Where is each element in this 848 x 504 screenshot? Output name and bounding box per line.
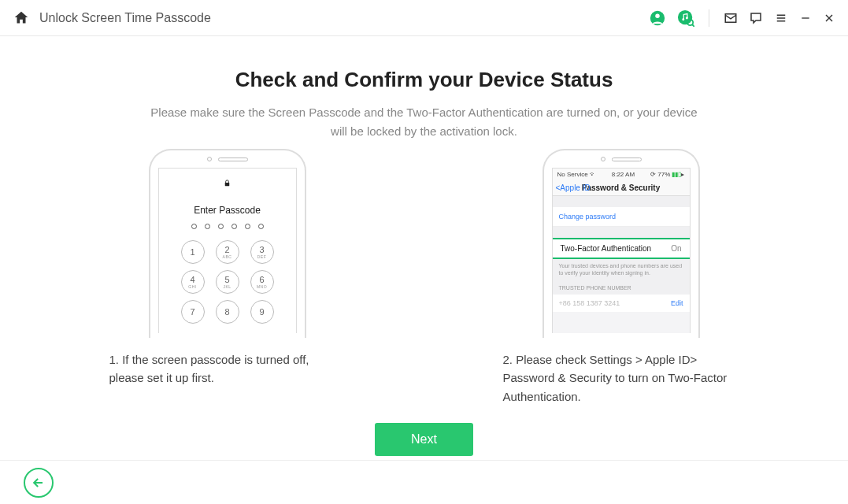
svg-point-4: [686, 17, 688, 19]
nav-back: <Apple ID: [556, 183, 591, 192]
phone-illustration-settings: No Service ᯤ 8:22 AM ⟳ 77% ▮▮▯▸ <Apple I…: [542, 149, 700, 338]
right-caption: 2. Please check Settings > Apple ID> Pas…: [503, 350, 739, 406]
wifi-icon: ᯤ: [590, 171, 596, 178]
svg-rect-14: [225, 183, 230, 186]
left-column: Enter Passcode 1 2ABC 3DEF: [109, 149, 346, 406]
keypad: 1 2ABC 3DEF 4GHI 5JKL 6MNO 7: [159, 240, 296, 324]
phone-illustration-passcode: Enter Passcode 1 2ABC 3DEF: [149, 149, 306, 338]
music-search-icon[interactable]: [677, 9, 694, 27]
two-factor-highlight: Two-Factor Authentication On: [552, 238, 691, 259]
svg-point-3: [682, 18, 684, 20]
enter-passcode-label: Enter Passcode: [159, 205, 296, 216]
left-caption: 1. If the screen passcode is turned off,…: [109, 350, 346, 387]
change-password-cell: Change password: [553, 207, 690, 227]
right-column: No Service ᯤ 8:22 AM ⟳ 77% ▮▮▯▸ <Apple I…: [503, 149, 739, 406]
page-title: Unlock Screen Time Passcode: [39, 11, 211, 25]
titlebar-divider: [709, 9, 709, 27]
close-icon[interactable]: [823, 12, 835, 24]
back-button[interactable]: [24, 468, 54, 498]
account-icon[interactable]: [649, 9, 666, 27]
feedback-icon[interactable]: [749, 11, 763, 25]
headline: Check and Confirm your Device Status: [47, 68, 801, 92]
nav-title: Password & Security: [582, 183, 660, 192]
home-icon[interactable]: [13, 9, 30, 27]
minimize-icon[interactable]: [799, 12, 812, 24]
menu-icon[interactable]: [774, 11, 788, 25]
svg-line-6: [692, 24, 694, 27]
mail-icon[interactable]: [724, 11, 738, 25]
svg-point-2: [678, 9, 692, 24]
subhead: Please make sure the Screen Passcode and…: [149, 103, 700, 141]
lock-icon: [159, 178, 296, 191]
next-button[interactable]: Next: [375, 423, 473, 456]
svg-point-1: [655, 13, 660, 18]
